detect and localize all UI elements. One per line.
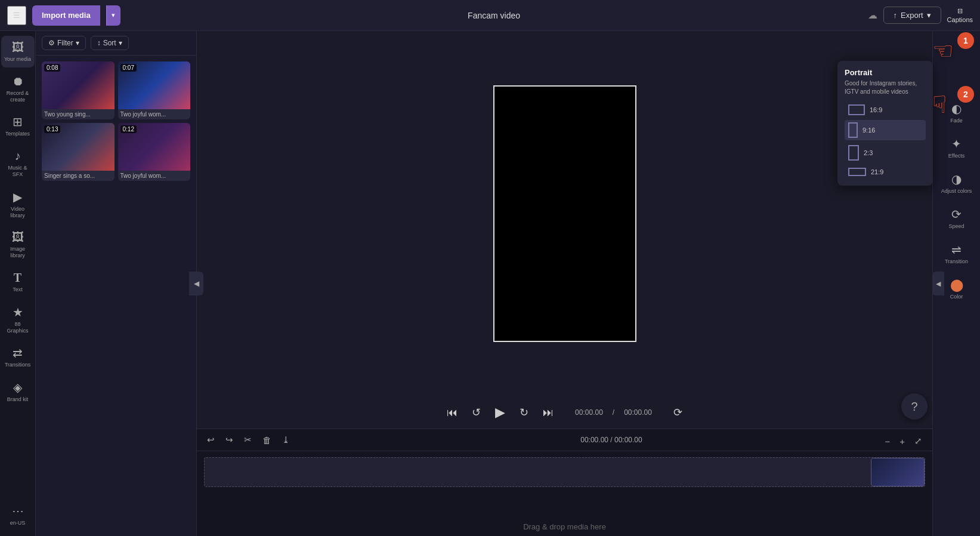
aspect-panel-title: Portrait bbox=[845, 68, 926, 77]
redo-button[interactable]: ↪ bbox=[222, 433, 236, 447]
adjust-colors-tool[interactable]: ◑ Adjust colors bbox=[936, 167, 978, 199]
project-title: Fancam video bbox=[126, 11, 862, 20]
aspect-box-2-3 bbox=[848, 145, 859, 161]
media-duration: 0:07 bbox=[120, 64, 137, 72]
adjust-colors-label: Adjust colors bbox=[941, 188, 972, 194]
transitions-icon: ⇄ bbox=[13, 346, 23, 360]
sidebar-item-music-sfx[interactable]: ♪ Music & SFX bbox=[1, 144, 35, 183]
chevron-down-icon: ▾ bbox=[119, 39, 122, 47]
media-thumbnail[interactable]: 0:07 Two joyful wom... bbox=[118, 61, 191, 119]
media-label: Singer sings a so... bbox=[42, 171, 115, 181]
canvas-area: ⏮ ↺ ▶ ↻ ⏭ 00:00.00 / 00:00.00 ⟳ bbox=[197, 31, 932, 429]
effects-icon: ✦ bbox=[951, 137, 962, 151]
effects-tool[interactable]: ✦ Effects bbox=[936, 132, 978, 164]
sidebar-item-templates[interactable]: ⊞ Templates bbox=[1, 110, 35, 142]
media-panel: ⚙ Filter ▾ ↕ Sort ▾ 0:08 Two young sing.… bbox=[36, 31, 197, 536]
chevron-down-icon: ▾ bbox=[112, 11, 115, 19]
help-button[interactable]: ? bbox=[901, 393, 928, 420]
save-button[interactable]: ⤓ bbox=[279, 433, 293, 447]
track-background[interactable] bbox=[204, 457, 925, 487]
aspect-options: 16:9 9:16 2:3 21:9 bbox=[845, 102, 926, 178]
media-thumbnail[interactable]: 0:13 Singer sings a so... bbox=[42, 123, 115, 181]
aspect-option-2-3[interactable]: 2:3 bbox=[845, 143, 926, 163]
fast-forward-button[interactable]: ↻ bbox=[517, 403, 531, 421]
timeline-area: ↩ ↪ ✂ 🗑 ⤓ 00:00.00 / 00:00.00 − + ⤢ bbox=[197, 429, 932, 536]
rewind-button[interactable]: ↺ bbox=[469, 403, 483, 421]
record-create-icon: ⏺ bbox=[12, 75, 24, 88]
sidebar-item-record-create[interactable]: ⏺ Record & create bbox=[1, 70, 35, 108]
aspect-box-16-9 bbox=[848, 104, 865, 115]
topbar: ☰ Import media ▾ Fancam video ☁ ↑ Export… bbox=[0, 0, 980, 31]
sidebar-item-your-media[interactable]: 🖼 Your media bbox=[1, 36, 35, 67]
undo-button[interactable]: ↩ bbox=[204, 433, 218, 447]
sidebar-item-label: Record & create bbox=[4, 90, 32, 103]
media-thumbnail[interactable]: 0:08 Two young sing... bbox=[42, 61, 115, 119]
import-media-dropdown-button[interactable]: ▾ bbox=[106, 5, 120, 26]
music-icon: ♪ bbox=[15, 149, 21, 163]
drag-drop-hint: Drag & drop media here bbox=[197, 517, 932, 536]
time-separator: / bbox=[613, 408, 614, 417]
menu-button[interactable]: ☰ bbox=[7, 6, 26, 25]
main-layout: 🖼 Your media ⏺ Record & create ⊞ Templat… bbox=[0, 31, 980, 536]
collapse-panel-button[interactable]: ◀ bbox=[189, 272, 203, 295]
effects-label: Effects bbox=[948, 153, 964, 159]
badge-1: 1 bbox=[957, 32, 974, 49]
media-label: Two young sing... bbox=[42, 109, 115, 119]
aspect-option-9-16[interactable]: 9:16 bbox=[845, 120, 926, 140]
chevron-down-icon: ▾ bbox=[76, 39, 79, 47]
media-label: Two joyful wom... bbox=[118, 109, 191, 119]
sidebar-item-label: Video library bbox=[4, 206, 32, 219]
sidebar-item-image-library[interactable]: 🖼 Image library bbox=[1, 226, 35, 264]
right-panel: Portrait Good for Instagram stories, IGT… bbox=[932, 31, 980, 536]
aspect-option-16-9[interactable]: 16:9 bbox=[845, 102, 926, 118]
icon-sidebar: 🖼 Your media ⏺ Record & create ⊞ Templat… bbox=[0, 31, 36, 536]
media-panel-toolbar: ⚙ Filter ▾ ↕ Sort ▾ bbox=[36, 31, 196, 56]
zoom-in-button[interactable]: + bbox=[896, 435, 908, 448]
captions-icon: ⊟ bbox=[957, 7, 963, 15]
skip-back-button[interactable]: ⏮ bbox=[444, 404, 460, 421]
sidebar-item-video-library[interactable]: ▶ Video library bbox=[1, 185, 35, 224]
transition-label: Transition bbox=[945, 258, 968, 264]
your-media-icon: 🖼 bbox=[12, 41, 24, 54]
fit-button[interactable]: ⤢ bbox=[911, 434, 925, 448]
aspect-option-21-9[interactable]: 21:9 bbox=[845, 165, 926, 178]
chevron-down-icon: ▾ bbox=[927, 11, 931, 20]
aspect-panel-description: Good for Instagram stories, IGTV and mob… bbox=[845, 79, 926, 96]
sidebar-item-feature-flags[interactable]: ⋯ en-US bbox=[1, 499, 35, 531]
delete-button[interactable]: 🗑 bbox=[259, 433, 274, 447]
refresh-button[interactable]: ⟳ bbox=[671, 403, 685, 421]
import-media-button[interactable]: Import media bbox=[32, 5, 100, 26]
collapse-right-panel-button[interactable]: ◀ bbox=[932, 272, 944, 295]
cut-button[interactable]: ✂ bbox=[241, 433, 255, 447]
canvas-container bbox=[197, 31, 932, 396]
clip-thumbnail bbox=[871, 458, 924, 486]
media-label: Two joyful wom... bbox=[118, 171, 191, 181]
aspect-box-9-16 bbox=[848, 122, 858, 138]
zoom-out-button[interactable]: − bbox=[882, 435, 893, 448]
aspect-ratio-panel: Portrait Good for Instagram stories, IGT… bbox=[837, 61, 933, 186]
filter-button[interactable]: ⚙ Filter ▾ bbox=[42, 36, 86, 50]
track-clip[interactable] bbox=[871, 458, 925, 486]
cursor-animation: ☜ 1 ☟ 2 bbox=[932, 37, 974, 127]
media-thumbnail[interactable]: 0:12 Two joyful wom... bbox=[118, 123, 191, 181]
transition-tool[interactable]: ⇌ Transition bbox=[936, 238, 978, 269]
aspect-label: 9:16 bbox=[862, 127, 875, 134]
sidebar-item-transitions[interactable]: ⇄ Transitions bbox=[1, 341, 35, 373]
aspect-box-21-9 bbox=[848, 168, 866, 176]
sidebar-item-graphics[interactable]: ★ 88 Graphics bbox=[1, 300, 35, 339]
export-button[interactable]: ↑ Export ▾ bbox=[883, 7, 941, 24]
image-library-icon: 🖼 bbox=[12, 230, 24, 244]
video-canvas[interactable] bbox=[493, 85, 636, 342]
captions-button[interactable]: ⊟ Captions bbox=[947, 7, 973, 23]
aspect-label: 2:3 bbox=[864, 149, 873, 156]
speed-icon: ⟳ bbox=[951, 207, 962, 221]
play-button[interactable]: ▶ bbox=[493, 402, 508, 423]
feature-flags-icon: ⋯ bbox=[12, 504, 24, 518]
sidebar-item-text[interactable]: T Text bbox=[1, 266, 35, 298]
sidebar-item-label: Your media bbox=[4, 56, 31, 63]
sort-icon: ↕ bbox=[97, 39, 101, 47]
skip-forward-button[interactable]: ⏭ bbox=[540, 404, 556, 421]
sort-button[interactable]: ↕ Sort ▾ bbox=[91, 36, 129, 50]
sidebar-item-brand-kit[interactable]: ◈ Brand kit bbox=[1, 375, 35, 408]
speed-tool[interactable]: ⟳ Speed bbox=[936, 202, 978, 234]
